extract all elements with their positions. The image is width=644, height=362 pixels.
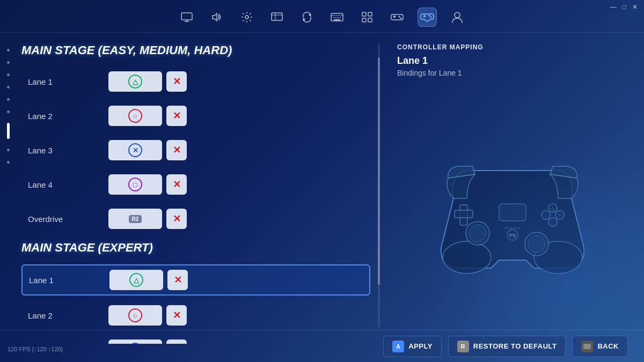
svg-point-57 [516,227,518,229]
triangle-icon-expert1: △ [129,273,143,287]
sidebar-dot-6 [7,110,10,113]
nav-audio[interactable] [207,8,226,27]
nav-controller[interactable] [418,8,437,27]
nav-sync[interactable] [297,8,317,27]
nav-settings[interactable] [237,8,257,27]
svg-rect-5 [272,13,282,20]
easy-lane4-row: Lane 4 □ ✕ [21,170,370,199]
back-button[interactable]: BACK [572,336,628,357]
svg-text:PS: PS [509,233,516,238]
nav-profile[interactable] [448,8,467,27]
svg-point-53 [506,227,507,229]
svg-rect-59 [583,344,591,349]
svg-point-55 [511,227,513,229]
expert-lane2-row: Lane 2 ○ ✕ [21,301,370,330]
svg-marker-3 [213,13,217,21]
cross-icon: ✕ [128,143,142,157]
svg-rect-41 [455,210,473,218]
selected-lane-title: Lane 1 [397,55,428,67]
nav-display[interactable] [267,8,287,27]
close-button[interactable]: ✕ [631,3,639,11]
sidebar-dot-3 [7,73,10,76]
easy-lane1-label: Lane 1 [28,77,108,86]
nav-keyboard[interactable] [327,8,347,27]
easy-lane3-clear[interactable]: ✕ [166,140,187,160]
apply-badge: A [392,341,404,352]
controller-illustration: △ ○ ✕ □ PS [397,93,628,346]
expert-lane1-row[interactable]: Lane 1 △ ✕ [21,264,370,295]
r2-icon: R2 [129,215,142,223]
controller-svg: △ ○ ✕ □ PS [421,156,604,284]
easy-lane1-row: Lane 1 △ ✕ [21,67,370,96]
easy-overdrive-clear[interactable]: ✕ [166,209,187,229]
svg-point-32 [430,17,432,18]
svg-point-33 [455,12,460,18]
svg-rect-21 [362,12,366,16]
svg-point-39 [528,235,545,253]
svg-text:△: △ [551,205,555,211]
sidebar-dot-5 [7,98,10,101]
easy-lane4-clear[interactable]: ✕ [166,174,187,195]
easy-lane2-clear[interactable]: ✕ [166,106,187,126]
easy-lane4-label: Lane 4 [28,180,108,189]
svg-point-56 [514,227,515,229]
expert-lane2-clear[interactable]: ✕ [166,305,187,326]
main-layout: MAIN STAGE (EASY, MEDIUM, HARD) Lane 1 △… [0,33,644,357]
triangle-icon: △ [128,75,142,88]
svg-rect-0 [181,13,192,20]
controller-mapping-title: CONTROLLER MAPPING [397,43,484,51]
maximize-button[interactable]: □ [620,3,628,11]
main-content: MAIN STAGE (EASY, MEDIUM, HARD) Lane 1 △… [16,33,381,344]
nav-gamepad2[interactable] [387,8,407,27]
sidebar-dot-1 [7,49,10,51]
sidebar-dot-4 [7,86,10,88]
sidebar-dot-active [7,123,10,139]
svg-marker-8 [309,13,311,17]
svg-point-31 [429,15,430,17]
svg-rect-24 [368,18,372,22]
easy-lane3-label: Lane 3 [28,146,108,155]
svg-point-26 [400,18,402,19]
easy-overdrive-row: Overdrive R2 ✕ [21,204,370,233]
top-nav [0,0,644,33]
restore-badge: R [457,341,469,352]
restore-default-button[interactable]: R RESTORE TO DEFAULT [448,336,566,357]
apply-label: APPLY [408,342,433,350]
back-label: BACK [597,342,619,350]
sidebar-dot-7 [7,149,10,151]
svg-point-25 [399,16,400,18]
svg-text:□: □ [551,220,554,225]
scroll-thumb[interactable] [378,57,380,285]
easy-lane2-button[interactable]: ○ [108,106,162,126]
restore-label: RESTORE TO DEFAULT [473,342,557,350]
svg-point-58 [519,227,521,229]
svg-point-54 [508,227,510,229]
square-icon: □ [128,178,142,191]
expert-lane1-clear[interactable]: ✕ [167,270,188,290]
apply-button[interactable]: A APPLY [383,336,442,357]
easy-overdrive-label: Overdrive [28,215,108,224]
circle-icon: ○ [128,109,142,123]
svg-marker-9 [303,18,305,21]
section-title-expert: MAIN STAGE (EXPERT) [21,241,370,255]
expert-lane1-button[interactable]: △ [109,270,163,290]
easy-lane3-button[interactable]: ✕ [108,140,162,160]
expert-lane2-button[interactable]: ○ [108,305,162,326]
scroll-indicator [378,43,380,327]
circle-icon-expert2: ○ [128,308,142,322]
easy-overdrive-button[interactable]: R2 [108,209,162,229]
nav-monitor[interactable] [177,8,196,27]
nav-grid[interactable] [357,8,377,27]
easy-lane1-button[interactable]: △ [108,71,162,92]
right-panel: CONTROLLER MAPPING Lane 1 Bindings for L… [381,33,644,357]
left-sidebar [0,33,16,357]
svg-text:✕: ✕ [558,213,562,218]
svg-rect-23 [362,18,366,22]
svg-point-37 [469,225,486,242]
fps-label: 120 FPS [↑120 ↑120] [8,346,63,352]
easy-lane1-clear[interactable]: ✕ [166,71,187,92]
easy-lane4-button[interactable]: □ [108,174,162,195]
easy-lane2-label: Lane 2 [28,112,108,121]
sidebar-dot-2 [7,61,10,64]
minimize-button[interactable]: — [610,3,617,11]
